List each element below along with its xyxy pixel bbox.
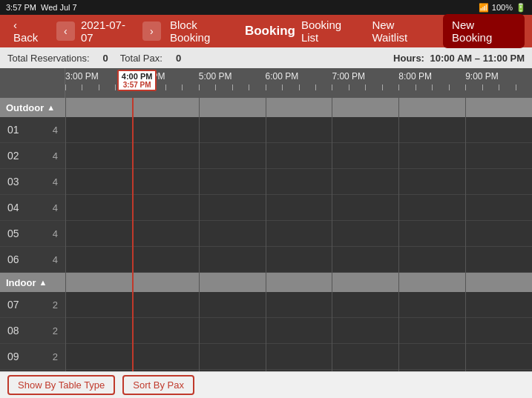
total-reservations-value: 0 — [103, 53, 108, 64]
time-label: 6:00 PM — [266, 71, 299, 82]
battery-icon: 🔋 — [516, 3, 526, 13]
table-number: 03 — [7, 176, 30, 188]
status-date: Wed Jul 7 — [41, 3, 77, 12]
table-row: 092 — [0, 344, 65, 370]
table-row: 082 — [0, 318, 65, 344]
schedule-row[interactable] — [65, 292, 532, 318]
info-bar: Total Reservations: 0 Total Pax: 0 Hours… — [0, 47, 532, 68]
status-left: 3:57 PM Wed Jul 7 — [6, 3, 77, 12]
current-time-top: 4:00 PM — [122, 72, 153, 81]
section-header-outdoor: Outdoor ▲ — [0, 98, 65, 117]
schedule-row[interactable] — [65, 221, 532, 247]
prev-date-button[interactable]: ‹ — [56, 21, 75, 41]
total-reservations-label: Total Reservations: — [7, 53, 90, 64]
time-label: 3:00 PM — [65, 71, 99, 82]
section-header-indoor: Indoor ▲ — [0, 273, 65, 292]
show-by-table-type-button[interactable]: Show By Table Type — [7, 375, 115, 395]
current-time-sub: 3:57 PM — [122, 81, 153, 89]
section-collapse-icon[interactable]: ▲ — [39, 278, 47, 287]
table-pax: 4 — [53, 202, 58, 213]
table-row: 024 — [0, 143, 65, 169]
schedule-section-header-outdoor — [65, 98, 532, 117]
table-row: 102 — [0, 370, 65, 371]
table-row: 014 — [0, 117, 65, 143]
section-label: Indoor — [6, 277, 36, 288]
total-pax-value: 0 — [176, 53, 181, 64]
table-pax: 4 — [53, 254, 58, 265]
back-button[interactable]: ‹ Back — [7, 16, 50, 47]
new-waitlist-button[interactable]: New Waitlist — [372, 19, 431, 44]
nav-right-group: Booking List New Waitlist New Booking — [301, 14, 525, 48]
block-booking-button[interactable]: Block Booking — [170, 19, 239, 44]
section-label: Outdoor — [6, 102, 44, 113]
table-number: 01 — [7, 124, 30, 136]
table-pax: 4 — [53, 228, 58, 239]
schedule-row[interactable] — [65, 195, 532, 221]
sort-by-pax-button[interactable]: Sort By Pax — [122, 375, 194, 395]
table-number: 04 — [7, 202, 30, 213]
hours-label: Hours: — [393, 53, 424, 64]
table-pax: 2 — [53, 325, 58, 336]
table-pax: 4 — [53, 176, 58, 188]
schedule-row[interactable] — [65, 143, 532, 169]
nav-bar: ‹ Back ‹ 2021-07-07 › Block Booking Book… — [0, 15, 532, 47]
table-row: 034 — [0, 169, 65, 195]
table-pax: 2 — [53, 299, 58, 311]
schedule-row[interactable] — [65, 169, 532, 195]
schedule-row[interactable] — [65, 318, 532, 344]
table-pax: 4 — [53, 125, 58, 136]
total-pax-label: Total Pax: — [120, 53, 162, 64]
schedule-row[interactable] — [65, 247, 532, 273]
hours-value: 10:00 AM – 11:00 PM — [430, 53, 525, 64]
current-time-line — [132, 98, 134, 371]
schedule-area — [65, 98, 532, 371]
date-group: ‹ 2021-07-07 › — [56, 19, 161, 44]
schedule-row[interactable] — [65, 344, 532, 370]
grid-line — [465, 98, 466, 371]
table-pax: 2 — [53, 351, 58, 362]
grid-line — [398, 98, 399, 371]
date-label: 2021-07-07 — [78, 19, 139, 44]
grid-line — [332, 98, 332, 371]
table-number: 09 — [7, 351, 30, 362]
timeline-header: 3:00 PM4:00 PM5:00 PM6:00 PM7:00 PM8:00 … — [65, 68, 532, 98]
back-chevron-icon: ‹ — [13, 19, 17, 31]
time-label: 7:00 PM — [332, 71, 365, 82]
grid-line — [65, 98, 66, 371]
section-collapse-icon[interactable]: ▲ — [47, 103, 55, 112]
time-label: 8:00 PM — [398, 71, 432, 82]
table-row: 044 — [0, 195, 65, 221]
booking-list-button[interactable]: Booking List — [301, 19, 360, 44]
table-row: 072 — [0, 292, 65, 318]
table-number: 02 — [7, 150, 30, 162]
new-booking-button[interactable]: New Booking — [443, 14, 525, 48]
page-title: Booking — [245, 24, 295, 39]
wifi-icon: 📶 — [479, 3, 489, 13]
grid-line — [266, 98, 266, 371]
time-label: 5:00 PM — [199, 71, 232, 82]
table-number: 05 — [7, 228, 30, 239]
schedule-section-header-indoor — [65, 273, 532, 292]
status-time: 3:57 PM — [6, 3, 36, 12]
table-column: Outdoor ▲014024034044054064Indoor ▲07208… — [0, 98, 65, 371]
table-number: 08 — [7, 325, 30, 336]
status-right: 📶 100% 🔋 — [479, 3, 526, 13]
hours-display: Hours: 10:00 AM – 11:00 PM — [393, 53, 525, 64]
table-row: 054 — [0, 221, 65, 247]
grid-line — [199, 98, 200, 371]
next-date-button[interactable]: › — [142, 21, 161, 41]
status-bar: 3:57 PM Wed Jul 7 📶 100% 🔋 — [0, 0, 532, 15]
battery-text: 100% — [492, 3, 513, 12]
table-number: 06 — [7, 253, 30, 265]
bottom-bar: Show By Table Type Sort By Pax — [0, 371, 532, 398]
table-row: 064 — [0, 247, 65, 273]
time-label: 9:00 PM — [465, 71, 499, 82]
current-time-display: 4:00 PM3:57 PM — [117, 70, 157, 91]
schedule-row[interactable] — [65, 117, 532, 143]
table-pax: 4 — [53, 150, 58, 162]
table-number: 07 — [7, 299, 30, 311]
